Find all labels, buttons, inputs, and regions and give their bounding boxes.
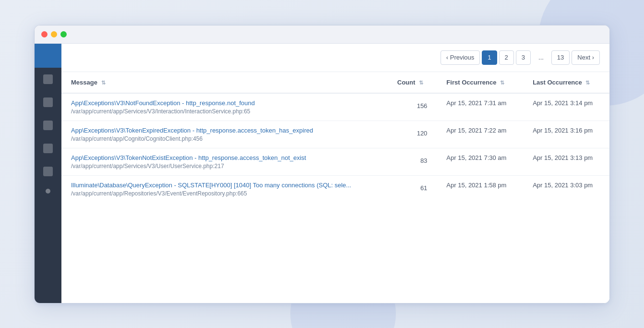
traffic-light-yellow[interactable] bbox=[51, 31, 57, 37]
next-page-button[interactable]: Next › bbox=[572, 50, 600, 65]
page-button-3[interactable]: 3 bbox=[516, 50, 531, 65]
cell-first-occurrence-1: Apr 15, 2021 7:22 am bbox=[437, 121, 523, 148]
traffic-lights bbox=[41, 31, 67, 37]
table-row: App\Exceptions\V3\TokenExpiredException … bbox=[61, 121, 609, 148]
column-label-first-occurrence: First Occurrence bbox=[446, 79, 496, 86]
column-header-first-occurrence[interactable]: First Occurrence ⇅ bbox=[437, 72, 523, 93]
sidebar-nav-icon-2[interactable] bbox=[43, 97, 53, 107]
cell-count-0: 156 bbox=[388, 93, 437, 121]
table-header-row: Message ⇅ Count ⇅ First Occurrence ⇅ L bbox=[61, 72, 609, 93]
sidebar-top-section bbox=[35, 44, 61, 68]
error-exception-link-3[interactable]: Illuminate\Database\QueryException bbox=[71, 182, 172, 189]
cell-last-occurrence-1: Apr 15, 2021 3:16 pm bbox=[523, 121, 609, 148]
cell-message-0: App\Exceptions\V3\NotFoundException - ht… bbox=[61, 93, 388, 121]
column-label-count: Count bbox=[397, 79, 416, 86]
app-layout: ‹ Previous 1 2 3 ... 13 Next › Message ⇅ bbox=[35, 44, 609, 303]
traffic-light-green[interactable] bbox=[60, 31, 67, 37]
table-body: App\Exceptions\V3\NotFoundException - ht… bbox=[61, 93, 609, 203]
cell-count-3: 61 bbox=[388, 175, 437, 203]
sidebar-nav-dot[interactable] bbox=[46, 189, 50, 194]
errors-table: Message ⇅ Count ⇅ First Occurrence ⇅ L bbox=[61, 72, 609, 203]
error-file-1: /var/app/current/app/Cognito/CognitoClie… bbox=[71, 135, 378, 142]
error-exception-link-2[interactable]: App\Exceptions\V3\TokenNotExistException bbox=[71, 154, 193, 161]
cell-message-2: App\Exceptions\V3\TokenNotExistException… bbox=[61, 148, 388, 175]
cell-count-1: 120 bbox=[388, 121, 437, 148]
sidebar-nav-icon-1[interactable] bbox=[43, 74, 53, 84]
page-button-1[interactable]: 1 bbox=[482, 50, 497, 65]
pagination: ‹ Previous 1 2 3 ... 13 Next › bbox=[441, 50, 600, 65]
sort-icon-first-occurrence: ⇅ bbox=[500, 80, 504, 86]
column-label-message: Message bbox=[71, 79, 97, 86]
main-content: ‹ Previous 1 2 3 ... 13 Next › Message ⇅ bbox=[61, 44, 609, 303]
error-exception-link-1[interactable]: App\Exceptions\V3\TokenExpiredException bbox=[71, 127, 191, 134]
cell-last-occurrence-3: Apr 15, 2021 3:03 pm bbox=[523, 175, 609, 203]
cell-message-3: Illuminate\Database\QueryException - SQL… bbox=[61, 175, 388, 203]
error-description-1: - http_response.access_token_has_expired bbox=[192, 127, 313, 134]
error-file-0: /var/app/current/app/Services/V3/Interac… bbox=[71, 108, 378, 115]
column-label-last-occurrence: Last Occurrence bbox=[533, 79, 582, 86]
table-row: App\Exceptions\V3\TokenNotExistException… bbox=[61, 148, 609, 175]
sort-icon-count: ⇅ bbox=[419, 80, 423, 86]
table-header: Message ⇅ Count ⇅ First Occurrence ⇅ L bbox=[61, 72, 609, 93]
previous-page-button[interactable]: ‹ Previous bbox=[441, 50, 480, 65]
error-file-3: /var/app/current/app/Repositories/V3/Eve… bbox=[71, 190, 378, 197]
sidebar bbox=[35, 44, 61, 303]
traffic-light-red[interactable] bbox=[41, 31, 48, 37]
page-ellipsis: ... bbox=[533, 50, 549, 65]
column-header-count[interactable]: Count ⇅ bbox=[388, 72, 437, 93]
sort-icon-last-occurrence: ⇅ bbox=[585, 80, 590, 86]
pagination-bar: ‹ Previous 1 2 3 ... 13 Next › bbox=[61, 44, 609, 72]
sidebar-nav-icon-5[interactable] bbox=[43, 167, 53, 176]
browser-window: ‹ Previous 1 2 3 ... 13 Next › Message ⇅ bbox=[34, 25, 610, 304]
error-description-2: - http_response.access_token_not_exist bbox=[194, 154, 306, 161]
cell-first-occurrence-2: Apr 15, 2021 7:30 am bbox=[437, 148, 523, 175]
sidebar-nav-icon-4[interactable] bbox=[43, 144, 53, 153]
error-description-0: - http_response.not_found bbox=[182, 99, 255, 107]
error-file-2: /var/app/current/app/Services/V3/User/Us… bbox=[71, 163, 378, 170]
error-description-3: - SQLSTATE[HY000] [1040] Too many connec… bbox=[174, 182, 351, 189]
title-bar bbox=[35, 25, 609, 44]
sidebar-nav-icon-3[interactable] bbox=[43, 121, 53, 130]
sort-icon-message: ⇅ bbox=[101, 80, 106, 86]
cell-count-2: 83 bbox=[388, 148, 437, 175]
table-row: Illuminate\Database\QueryException - SQL… bbox=[61, 175, 609, 203]
column-header-message[interactable]: Message ⇅ bbox=[61, 72, 388, 93]
cell-message-1: App\Exceptions\V3\TokenExpiredException … bbox=[61, 121, 388, 148]
table-row: App\Exceptions\V3\NotFoundException - ht… bbox=[61, 93, 609, 121]
page-button-2[interactable]: 2 bbox=[499, 50, 514, 65]
page-button-13[interactable]: 13 bbox=[551, 50, 570, 65]
cell-last-occurrence-0: Apr 15, 2021 3:14 pm bbox=[523, 93, 609, 121]
cell-last-occurrence-2: Apr 15, 2021 3:13 pm bbox=[523, 148, 609, 175]
cell-first-occurrence-0: Apr 15, 2021 7:31 am bbox=[437, 93, 523, 121]
column-header-last-occurrence[interactable]: Last Occurrence ⇅ bbox=[523, 72, 609, 93]
cell-first-occurrence-3: Apr 15, 2021 1:58 pm bbox=[437, 175, 523, 203]
error-exception-link-0[interactable]: App\Exceptions\V3\NotFoundException bbox=[71, 99, 180, 107]
